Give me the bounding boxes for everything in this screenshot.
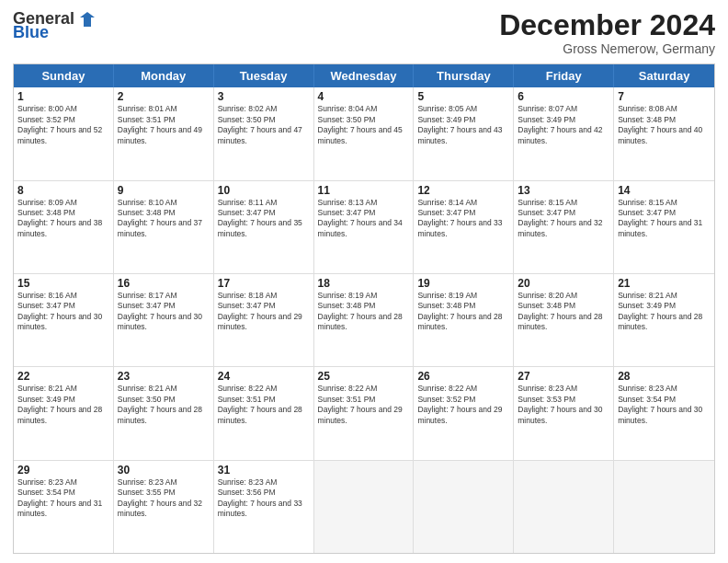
sunrise-text: Sunrise: 8:23 AM	[118, 477, 177, 487]
calendar-day-5: 5Sunrise: 8:05 AMSunset: 3:49 PMDaylight…	[414, 87, 514, 179]
calendar-week-3: 15Sunrise: 8:16 AMSunset: 3:47 PMDayligh…	[14, 273, 714, 366]
sunrise-text: Sunrise: 8:14 AM	[417, 198, 477, 207]
day-info: Sunrise: 8:16 AMSunset: 3:47 PMDaylight:…	[17, 291, 109, 333]
day-number: 22	[17, 370, 109, 383]
sunrise-text: Sunrise: 8:00 AM	[17, 104, 77, 113]
calendar-day-23: 23Sunrise: 8:21 AMSunset: 3:50 PMDayligh…	[114, 367, 214, 459]
calendar-day-22: 22Sunrise: 8:21 AMSunset: 3:49 PMDayligh…	[14, 367, 114, 459]
sunset-text: Sunset: 3:48 PM	[417, 301, 475, 310]
day-number: 12	[417, 184, 509, 197]
sunset-text: Sunset: 3:48 PM	[618, 115, 676, 124]
day-number: 5	[417, 90, 509, 103]
sunset-text: Sunset: 3:51 PM	[318, 395, 376, 404]
header-day-friday: Friday	[514, 64, 614, 87]
daylight-label: Daylight: 7 hours and 35 minutes.	[218, 218, 302, 237]
day-info: Sunrise: 8:08 AMSunset: 3:48 PMDaylight:…	[618, 104, 711, 146]
sunrise-text: Sunrise: 8:04 AM	[318, 104, 378, 113]
location: Gross Nemerow, Germany	[499, 41, 715, 56]
calendar-day-20: 20Sunrise: 8:20 AMSunset: 3:48 PMDayligh…	[514, 274, 614, 366]
sunrise-text: Sunrise: 8:23 AM	[618, 384, 677, 393]
sunrise-text: Sunrise: 8:20 AM	[518, 291, 577, 300]
sunrise-text: Sunrise: 8:23 AM	[218, 477, 278, 487]
daylight-label: Daylight: 7 hours and 28 minutes.	[518, 312, 602, 331]
sunset-text: Sunset: 3:47 PM	[218, 301, 276, 310]
sunset-text: Sunset: 3:50 PM	[318, 115, 376, 124]
day-number: 2	[118, 90, 210, 103]
calendar: SundayMondayTuesdayWednesdayThursdayFrid…	[13, 63, 715, 554]
day-number: 14	[618, 184, 711, 197]
calendar-body: 1Sunrise: 8:00 AMSunset: 3:52 PMDaylight…	[14, 87, 714, 553]
day-info: Sunrise: 8:18 AMSunset: 3:47 PMDaylight:…	[218, 291, 310, 333]
sunrise-text: Sunrise: 8:05 AM	[417, 104, 477, 113]
day-info: Sunrise: 8:23 AMSunset: 3:54 PMDaylight:…	[618, 384, 711, 426]
daylight-label: Daylight: 7 hours and 28 minutes.	[218, 405, 302, 424]
calendar-day-27: 27Sunrise: 8:23 AMSunset: 3:53 PMDayligh…	[514, 367, 614, 459]
calendar-day-13: 13Sunrise: 8:15 AMSunset: 3:47 PMDayligh…	[514, 181, 614, 273]
calendar-day-25: 25Sunrise: 8:22 AMSunset: 3:51 PMDayligh…	[314, 367, 415, 459]
sunrise-text: Sunrise: 8:15 AM	[618, 198, 677, 207]
day-info: Sunrise: 8:21 AMSunset: 3:49 PMDaylight:…	[618, 291, 711, 333]
logo: General Blue	[13, 9, 97, 42]
sunrise-text: Sunrise: 8:10 AM	[118, 198, 177, 207]
day-info: Sunrise: 8:15 AMSunset: 3:47 PMDaylight:…	[518, 198, 609, 240]
day-info: Sunrise: 8:21 AMSunset: 3:50 PMDaylight:…	[118, 384, 210, 426]
header-day-tuesday: Tuesday	[214, 64, 314, 87]
daylight-label: Daylight: 7 hours and 33 minutes.	[417, 218, 502, 237]
calendar-day-2: 2Sunrise: 8:01 AMSunset: 3:51 PMDaylight…	[114, 87, 214, 179]
sunset-text: Sunset: 3:47 PM	[118, 301, 176, 310]
day-number: 30	[118, 464, 210, 477]
daylight-label: Daylight: 7 hours and 30 minutes.	[17, 312, 102, 331]
calendar-day-7: 7Sunrise: 8:08 AMSunset: 3:48 PMDaylight…	[614, 87, 714, 179]
day-number: 31	[218, 464, 310, 477]
sunrise-text: Sunrise: 8:11 AM	[218, 198, 278, 207]
sunset-text: Sunset: 3:52 PM	[17, 115, 75, 124]
daylight-label: Daylight: 7 hours and 49 minutes.	[118, 125, 202, 144]
daylight-label: Daylight: 7 hours and 33 minutes.	[218, 499, 302, 518]
day-number: 19	[417, 277, 509, 290]
calendar-day-31: 31Sunrise: 8:23 AMSunset: 3:56 PMDayligh…	[214, 461, 314, 553]
day-number: 24	[218, 370, 310, 383]
calendar-day-12: 12Sunrise: 8:14 AMSunset: 3:47 PMDayligh…	[414, 181, 514, 273]
calendar-header: SundayMondayTuesdayWednesdayThursdayFrid…	[14, 64, 714, 87]
day-info: Sunrise: 8:14 AMSunset: 3:47 PMDaylight:…	[417, 198, 509, 240]
daylight-label: Daylight: 7 hours and 34 minutes.	[318, 218, 403, 237]
daylight-label: Daylight: 7 hours and 42 minutes.	[518, 125, 602, 144]
sunset-text: Sunset: 3:47 PM	[417, 208, 475, 217]
daylight-label: Daylight: 7 hours and 28 minutes.	[318, 312, 403, 331]
calendar-day-9: 9Sunrise: 8:10 AMSunset: 3:48 PMDaylight…	[114, 181, 214, 273]
daylight-label: Daylight: 7 hours and 29 minutes.	[318, 405, 403, 424]
day-info: Sunrise: 8:23 AMSunset: 3:53 PMDaylight:…	[518, 384, 609, 426]
calendar-empty-cell	[514, 461, 614, 553]
sunset-text: Sunset: 3:49 PM	[618, 301, 676, 310]
daylight-label: Daylight: 7 hours and 28 minutes.	[118, 405, 202, 424]
sunset-text: Sunset: 3:51 PM	[118, 115, 176, 124]
day-info: Sunrise: 8:00 AMSunset: 3:52 PMDaylight:…	[17, 104, 109, 146]
day-number: 23	[118, 370, 210, 383]
sunrise-text: Sunrise: 8:08 AM	[618, 104, 677, 113]
day-number: 3	[218, 90, 310, 103]
calendar-day-29: 29Sunrise: 8:23 AMSunset: 3:54 PMDayligh…	[14, 461, 114, 553]
sunrise-text: Sunrise: 8:13 AM	[318, 198, 378, 207]
calendar-day-21: 21Sunrise: 8:21 AMSunset: 3:49 PMDayligh…	[614, 274, 714, 366]
calendar-day-3: 3Sunrise: 8:02 AMSunset: 3:50 PMDaylight…	[214, 87, 314, 179]
daylight-label: Daylight: 7 hours and 31 minutes.	[618, 218, 702, 237]
calendar-day-14: 14Sunrise: 8:15 AMSunset: 3:47 PMDayligh…	[614, 181, 714, 273]
day-info: Sunrise: 8:02 AMSunset: 3:50 PMDaylight:…	[218, 104, 310, 146]
day-number: 10	[218, 184, 310, 197]
day-number: 20	[518, 277, 609, 290]
sunset-text: Sunset: 3:48 PM	[118, 208, 176, 217]
logo-flag-icon	[78, 10, 97, 29]
sunrise-text: Sunrise: 8:15 AM	[518, 198, 577, 207]
sunset-text: Sunset: 3:47 PM	[318, 208, 376, 217]
sunrise-text: Sunrise: 8:23 AM	[518, 384, 577, 393]
day-number: 17	[218, 277, 310, 290]
day-info: Sunrise: 8:19 AMSunset: 3:48 PMDaylight:…	[318, 291, 410, 333]
daylight-label: Daylight: 7 hours and 29 minutes.	[218, 312, 302, 331]
day-number: 7	[618, 90, 711, 103]
sunset-text: Sunset: 3:55 PM	[118, 488, 176, 497]
calendar-day-26: 26Sunrise: 8:22 AMSunset: 3:52 PMDayligh…	[414, 367, 514, 459]
calendar-empty-cell	[614, 461, 714, 553]
sunset-text: Sunset: 3:54 PM	[17, 488, 75, 497]
sunrise-text: Sunrise: 8:21 AM	[618, 291, 677, 300]
sunset-text: Sunset: 3:47 PM	[618, 208, 676, 217]
